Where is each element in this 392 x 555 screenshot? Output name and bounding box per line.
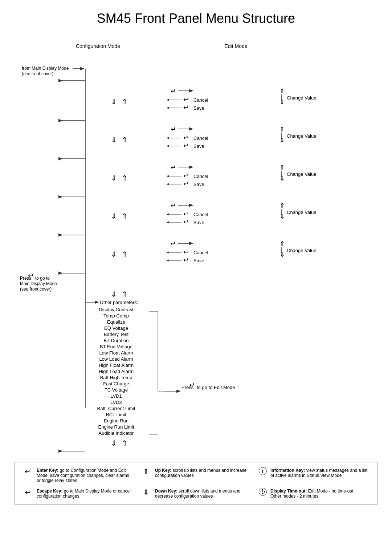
svg-text:↵: ↵ [183,142,189,149]
info-key-icon: i [259,467,267,475]
svg-text:⇑: ⇑ [122,98,128,106]
svg-text:↩: ↩ [183,248,189,256]
svg-text:(see front cover): (see front cover) [20,287,52,292]
legend-up: ⇑ Up Key: scroll up lists and menus and … [140,468,252,483]
svg-text:⇑: ⇑ [122,290,128,298]
svg-text:Engine Run Limit: Engine Run Limit [98,424,134,430]
svg-text:⇓: ⇓ [111,98,117,106]
svg-text:↩: ↩ [183,172,189,179]
svg-text:Engine Run: Engine Run [104,418,128,424]
svg-text:⇓: ⇓ [279,175,285,182]
svg-text:Display Contrast: Display Contrast [99,307,134,312]
svg-text:Other parameters:: Other parameters: [100,300,138,305]
svg-text:↵: ↵ [171,240,176,247]
config-mode-label: Configuration Mode [76,43,120,49]
svg-text:to go to: to go to [35,276,50,281]
svg-text:⇑: ⇑ [279,202,285,209]
page-title: SM45 Front Panel Menu Structure [15,11,377,26]
svg-text:Change Value: Change Value [287,171,316,177]
up-key-desc: Up Key: scroll up lists and menus and in… [155,468,252,478]
svg-text:Batt High Temp: Batt High Temp [100,375,132,380]
svg-text:Cancel: Cancel [193,135,208,141]
down-key-icon: ⇓ [140,488,151,497]
svg-text:Low Load Alarm: Low Load Alarm [99,356,133,362]
svg-text:↵: ↵ [171,164,176,171]
from-main-label2: (see front cover) [22,71,53,76]
svg-text:High Load Alarm: High Load Alarm [99,369,134,374]
svg-text:Audible Indicator: Audible Indicator [99,430,134,436]
svg-text:⇑: ⇑ [122,250,128,258]
legend-timeout: ⏱ Display Time-out: Edit Mode - no time-… [259,489,370,499]
svg-text:↵: ↵ [171,88,176,95]
svg-text:⇑: ⇑ [122,174,128,182]
svg-text:⇓: ⇓ [111,439,117,447]
svg-text:⇓: ⇓ [279,98,285,106]
legend-enter: ↵ Enter Key: go to Configuration Mode an… [22,468,133,483]
svg-text:⇑: ⇑ [122,212,128,220]
svg-text:Battery Test: Battery Test [104,332,129,337]
svg-text:Low Float Alarm: Low Float Alarm [99,350,133,356]
svg-text:Cancel: Cancel [193,212,208,217]
edit-mode-label: Edit Mode [224,43,247,49]
svg-text:↩: ↩ [28,272,33,279]
enter-key-desc: Enter Key: go to Configuration Mode and … [37,468,133,483]
svg-text:⇑: ⇑ [122,439,128,447]
svg-text:⇓: ⇓ [111,212,117,220]
legend-escape: ↩ Escape Key: go to Main Display Mode or… [22,489,133,499]
svg-text:↵: ↵ [183,256,189,264]
svg-text:⇑: ⇑ [279,126,285,133]
timeout-desc: Display Time-out: Edit Mode - no time-ou… [270,489,354,499]
svg-text:Change Value: Change Value [287,210,316,215]
svg-text:⇓: ⇓ [111,174,117,182]
svg-text:↵: ↵ [189,381,195,389]
svg-text:↩: ↩ [183,134,189,141]
svg-text:Change Value: Change Value [287,133,316,139]
svg-text:⇑: ⇑ [279,88,285,95]
svg-text:⇓: ⇓ [279,251,285,258]
diagram-area: Configuration Mode Edit Mode from Main D… [15,37,377,455]
svg-text:⇓: ⇓ [111,290,117,298]
svg-text:Save: Save [193,220,204,225]
svg-text:Cancel: Cancel [193,174,208,179]
svg-text:⇓: ⇓ [279,213,285,220]
svg-text:LVD2: LVD2 [110,400,122,405]
up-key-icon: ⇑ [140,467,151,476]
escape-key-desc: Escape Key: go to Main Display Mode or c… [37,489,133,499]
svg-text:⇑: ⇑ [122,136,128,144]
enter-key-icon: ↵ [22,467,33,476]
svg-text:to go to Edit Mode: to go to Edit Mode [197,385,235,390]
svg-text:Batt. Current Limit: Batt. Current Limit [97,406,135,411]
svg-text:↩: ↩ [183,96,189,103]
svg-text:⇓: ⇓ [279,137,285,144]
svg-text:Change Value: Change Value [287,248,316,253]
svg-text:↵: ↵ [183,104,189,111]
down-key-desc: Down Key: scroll down lists and menus an… [155,489,252,499]
svg-text:↵: ↵ [171,126,176,133]
svg-text:EQ Voltage: EQ Voltage [104,325,128,331]
svg-text:Equalize: Equalize [107,319,125,325]
svg-text:↵: ↵ [183,180,189,187]
svg-text:Cancel: Cancel [193,97,208,103]
svg-text:FC Voltage: FC Voltage [105,387,128,393]
info-key-desc: Information Key: view status messages an… [270,468,370,478]
legend-info: i Information Key: view status messages … [259,468,370,483]
svg-text:⇑: ⇑ [279,164,285,171]
svg-text:Fast Charge: Fast Charge [103,381,129,386]
page: SM45 Front Panel Menu Structure Configur… [0,0,392,555]
svg-text:⇑: ⇑ [279,240,285,247]
svg-text:BT End Voltage: BT End Voltage [100,344,132,349]
svg-text:LVD1: LVD1 [110,393,122,399]
svg-text:Change Value: Change Value [287,95,316,101]
svg-text:⇓: ⇓ [111,250,117,258]
svg-text:BCL Limit: BCL Limit [106,412,126,417]
svg-text:BT Duration: BT Duration [103,338,128,343]
svg-text:Save: Save [193,143,204,149]
svg-text:↵: ↵ [183,218,189,226]
svg-text:High Float Alarm: High Float Alarm [99,362,134,368]
svg-text:⇓: ⇓ [111,136,117,144]
svg-text:Save: Save [193,258,204,263]
from-main-label: from Main Display Mode [22,66,69,71]
svg-text:Main Display Mode: Main Display Mode [20,281,57,286]
legend-down: ⇓ Down Key: scroll down lists and menus … [140,489,252,499]
escape-key-icon: ↩ [22,488,33,497]
